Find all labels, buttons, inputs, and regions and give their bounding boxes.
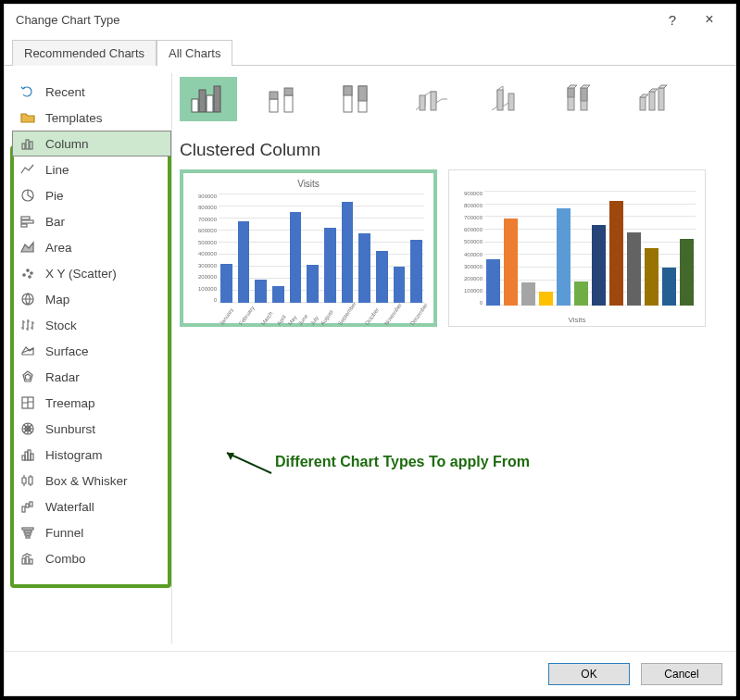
svg-point-10 — [29, 276, 31, 278]
category-box-whisker[interactable]: Box & Whisker — [12, 468, 171, 494]
titlebar: Change Chart Type ? × — [5, 5, 735, 34]
category-scatter[interactable]: X Y (Scatter) — [12, 260, 171, 286]
subtype-clustered-column[interactable] — [180, 77, 237, 121]
svg-rect-29 — [26, 556, 29, 564]
category-label: Funnel — [45, 526, 83, 540]
category-label: Bar — [45, 215, 65, 229]
svg-point-7 — [23, 274, 25, 276]
svg-rect-32 — [199, 90, 206, 112]
help-button[interactable]: ? — [654, 12, 691, 28]
svg-rect-34 — [214, 86, 220, 112]
svg-rect-48 — [568, 88, 574, 97]
y-axis-labels: 0100000200000300000400000500000600000700… — [185, 194, 217, 303]
preview-chart-1[interactable]: Visits 010000020000030000040000050000060… — [180, 169, 437, 327]
category-label: Recent — [45, 85, 85, 99]
line-chart-icon — [19, 161, 36, 178]
category-surface[interactable]: Surface — [12, 338, 171, 364]
svg-rect-50 — [581, 88, 587, 101]
category-column[interactable]: Column — [12, 131, 171, 156]
svg-marker-13 — [25, 374, 31, 380]
x-axis-label: Visits — [449, 316, 705, 324]
folder-icon — [19, 109, 36, 126]
tab-recommended-charts[interactable]: Recommended Charts — [12, 40, 157, 66]
subtype-3d-clustered-column[interactable] — [402, 77, 459, 121]
close-button[interactable]: × — [691, 11, 728, 28]
svg-rect-30 — [30, 559, 32, 564]
category-area[interactable]: Area — [12, 234, 171, 260]
chart-detail-panel: Clustered Column Visits 0100000200000300… — [171, 73, 728, 644]
category-combo[interactable]: Combo — [12, 545, 171, 571]
category-label: X Y (Scatter) — [45, 267, 117, 281]
funnel-icon — [19, 524, 36, 541]
svg-rect-35 — [270, 99, 278, 112]
sunburst-icon — [19, 420, 36, 437]
category-label: Stock — [45, 319, 77, 332]
svg-rect-37 — [284, 95, 293, 112]
subtype-3d-100-stacked-column[interactable] — [550, 77, 608, 121]
svg-rect-2 — [30, 142, 32, 149]
svg-rect-6 — [21, 224, 27, 227]
svg-rect-0 — [22, 144, 25, 149]
cancel-button[interactable]: Cancel — [641, 663, 722, 685]
stock-chart-icon — [19, 317, 36, 333]
category-recent[interactable]: Recent — [12, 79, 171, 105]
subtype-3d-column[interactable] — [624, 77, 682, 121]
x-axis-labels: JanuaryFebruaryMarchAprilMayJuneJulyAugu… — [219, 316, 424, 321]
svg-rect-36 — [270, 92, 278, 99]
category-radar[interactable]: Radar — [12, 364, 171, 390]
category-label: Sunburst — [45, 422, 95, 436]
category-bar[interactable]: Bar — [12, 208, 171, 234]
tab-all-charts[interactable]: All Charts — [157, 40, 232, 66]
chart-previews: Visits 010000020000030000040000050000060… — [180, 169, 724, 327]
svg-rect-22 — [26, 504, 29, 507]
svg-rect-1 — [26, 140, 29, 149]
svg-rect-46 — [508, 94, 514, 110]
category-stock[interactable]: Stock — [12, 312, 171, 338]
category-label: Area — [45, 241, 72, 255]
category-label: Radar — [45, 370, 80, 384]
pie-chart-icon — [19, 187, 36, 204]
svg-rect-4 — [21, 217, 30, 219]
svg-rect-45 — [497, 90, 503, 110]
category-treemap[interactable]: Treemap — [12, 390, 171, 416]
svg-rect-24 — [22, 528, 33, 530]
svg-rect-53 — [658, 88, 664, 110]
category-line[interactable]: Line — [12, 156, 171, 182]
subtype-stacked-column[interactable] — [254, 77, 311, 121]
waterfall-icon — [19, 498, 36, 515]
category-sunburst[interactable]: Sunburst — [12, 416, 171, 442]
svg-rect-28 — [22, 558, 25, 564]
category-histogram[interactable]: Histogram — [12, 442, 171, 468]
svg-rect-27 — [26, 536, 30, 538]
treemap-icon — [19, 394, 36, 411]
combo-chart-icon — [19, 550, 36, 567]
ok-button[interactable]: OK — [548, 663, 630, 685]
category-label: Histogram — [45, 448, 103, 462]
chart-title: Visits — [183, 179, 433, 189]
svg-rect-51 — [640, 97, 646, 110]
bars — [219, 194, 424, 303]
recent-icon — [19, 83, 36, 100]
area-chart-icon — [19, 239, 36, 256]
category-label: Column — [45, 137, 89, 151]
dialog-footer: OK Cancel — [5, 651, 735, 695]
subtype-3d-stacked-column[interactable] — [476, 77, 533, 121]
category-funnel[interactable]: Funnel — [12, 519, 171, 545]
svg-rect-40 — [344, 86, 352, 95]
svg-rect-26 — [25, 533, 31, 535]
preview-chart-2[interactable]: 0100000200000300000400000500000600000700… — [448, 169, 706, 327]
svg-rect-38 — [284, 88, 293, 95]
category-label: Waterfall — [45, 500, 94, 514]
tab-strip: Recommended Charts All Charts — [5, 34, 735, 66]
category-label: Line — [45, 163, 69, 177]
surface-chart-icon — [19, 343, 36, 359]
category-pie[interactable]: Pie — [12, 182, 171, 208]
subtype-100-stacked-column[interactable] — [328, 77, 385, 121]
change-chart-type-dialog: Change Chart Type ? × Recommended Charts… — [4, 4, 736, 696]
svg-point-8 — [27, 269, 29, 271]
category-templates[interactable]: Templates — [12, 105, 171, 131]
category-waterfall[interactable]: Waterfall — [12, 494, 171, 519]
category-map[interactable]: Map — [12, 286, 171, 312]
svg-rect-25 — [24, 531, 31, 532]
svg-rect-21 — [22, 506, 25, 512]
